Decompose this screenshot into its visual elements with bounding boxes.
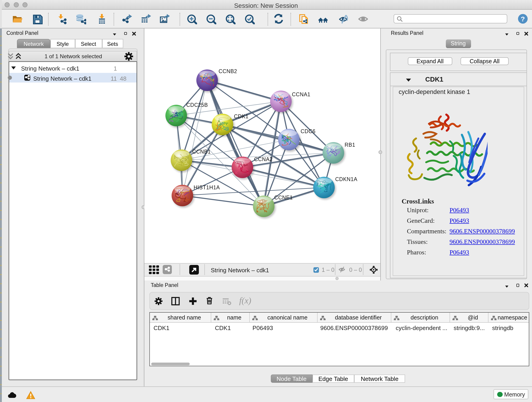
svg-text:CCNB1: CCNB1 <box>192 149 210 155</box>
svg-text:CDKN1A: CDKN1A <box>335 176 357 182</box>
svg-text:CDC6: CDC6 <box>300 128 315 134</box>
svg-text:CDK1: CDK1 <box>234 114 248 119</box>
svg-text:CDC25B: CDC25B <box>186 102 208 108</box>
svg-text:CCNA2: CCNA2 <box>254 156 272 162</box>
svg-text:CCNE1: CCNE1 <box>274 195 293 201</box>
svg-text:HIST1H1A: HIST1H1A <box>193 185 220 191</box>
svg-text:CCNA1: CCNA1 <box>292 91 310 97</box>
svg-text:?: ? <box>521 15 525 23</box>
svg-text:CCNB2: CCNB2 <box>218 68 237 74</box>
svg-text:RB1: RB1 <box>344 142 355 148</box>
